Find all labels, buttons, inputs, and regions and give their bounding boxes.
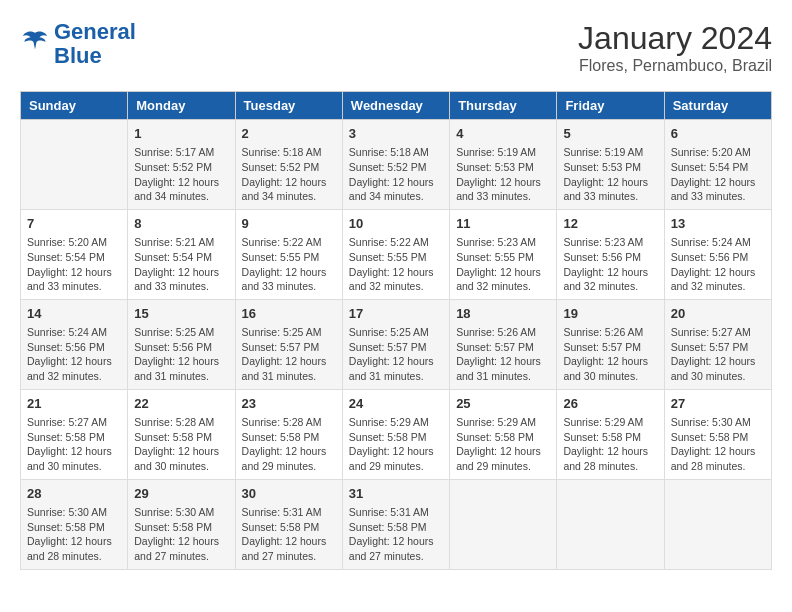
calendar-cell: 28Sunrise: 5:30 AMSunset: 5:58 PMDayligh… [21,479,128,569]
week-row-1: 1Sunrise: 5:17 AMSunset: 5:52 PMDaylight… [21,120,772,210]
date-number: 7 [27,215,121,233]
cell-info-line: Daylight: 12 hours [349,354,443,369]
cell-info-line: Daylight: 12 hours [27,534,121,549]
cell-info-line: Sunset: 5:57 PM [563,340,657,355]
cell-info-line: and 30 minutes. [671,369,765,384]
logo-blue: Blue [54,44,136,68]
date-number: 3 [349,125,443,143]
cell-info-line: Daylight: 12 hours [671,265,765,280]
week-row-5: 28Sunrise: 5:30 AMSunset: 5:58 PMDayligh… [21,479,772,569]
cell-info-line: Sunrise: 5:26 AM [563,325,657,340]
cell-info-line: Sunrise: 5:25 AM [242,325,336,340]
cell-info-line: Sunset: 5:57 PM [456,340,550,355]
date-number: 12 [563,215,657,233]
cell-info-line: Daylight: 12 hours [242,354,336,369]
cell-info-line: Daylight: 12 hours [134,534,228,549]
cell-info-line: Daylight: 12 hours [671,175,765,190]
cell-info-line: and 28 minutes. [27,549,121,564]
cell-info-line: and 33 minutes. [134,279,228,294]
cell-info-line: and 30 minutes. [134,459,228,474]
title-section: January 2024 Flores, Pernambuco, Brazil [578,20,772,75]
header-sunday: Sunday [21,92,128,120]
cell-info-line: Sunset: 5:54 PM [27,250,121,265]
cell-info-line: and 33 minutes. [671,189,765,204]
logo: General Blue [20,20,136,68]
cell-info-line: Sunset: 5:52 PM [134,160,228,175]
date-number: 18 [456,305,550,323]
date-number: 24 [349,395,443,413]
calendar-cell: 15Sunrise: 5:25 AMSunset: 5:56 PMDayligh… [128,299,235,389]
cell-info-line: Sunset: 5:58 PM [242,520,336,535]
cell-info-line: Sunrise: 5:24 AM [671,235,765,250]
cell-info-line: and 27 minutes. [349,549,443,564]
cell-info-line: Daylight: 12 hours [27,265,121,280]
cell-info-line: Sunrise: 5:27 AM [27,415,121,430]
cell-info-line: Sunrise: 5:25 AM [349,325,443,340]
cell-info-line: Sunrise: 5:20 AM [27,235,121,250]
cell-info-line: Sunset: 5:56 PM [671,250,765,265]
cell-info-line: and 34 minutes. [134,189,228,204]
calendar-cell [664,479,771,569]
calendar-cell: 12Sunrise: 5:23 AMSunset: 5:56 PMDayligh… [557,209,664,299]
calendar-cell: 25Sunrise: 5:29 AMSunset: 5:58 PMDayligh… [450,389,557,479]
calendar-cell: 22Sunrise: 5:28 AMSunset: 5:58 PMDayligh… [128,389,235,479]
date-number: 20 [671,305,765,323]
cell-info-line: Sunrise: 5:27 AM [671,325,765,340]
cell-info-line: Sunrise: 5:23 AM [456,235,550,250]
calendar-cell: 8Sunrise: 5:21 AMSunset: 5:54 PMDaylight… [128,209,235,299]
cell-info-line: and 27 minutes. [242,549,336,564]
header-saturday: Saturday [664,92,771,120]
date-number: 4 [456,125,550,143]
cell-info-line: Sunset: 5:55 PM [242,250,336,265]
cell-info-line: and 28 minutes. [563,459,657,474]
cell-info-line: Sunrise: 5:23 AM [563,235,657,250]
cell-info-line: Sunrise: 5:18 AM [349,145,443,160]
calendar-cell: 3Sunrise: 5:18 AMSunset: 5:52 PMDaylight… [342,120,449,210]
cell-info-line: Sunset: 5:56 PM [134,340,228,355]
cell-info-line: Daylight: 12 hours [456,265,550,280]
main-title: January 2024 [578,20,772,57]
week-row-4: 21Sunrise: 5:27 AMSunset: 5:58 PMDayligh… [21,389,772,479]
header-tuesday: Tuesday [235,92,342,120]
cell-info-line: Daylight: 12 hours [456,444,550,459]
cell-info-line: Sunset: 5:57 PM [349,340,443,355]
calendar-cell: 5Sunrise: 5:19 AMSunset: 5:53 PMDaylight… [557,120,664,210]
date-number: 15 [134,305,228,323]
date-number: 28 [27,485,121,503]
cell-info-line: Daylight: 12 hours [242,175,336,190]
calendar-cell: 30Sunrise: 5:31 AMSunset: 5:58 PMDayligh… [235,479,342,569]
cell-info-line: Sunset: 5:58 PM [242,430,336,445]
calendar-cell: 18Sunrise: 5:26 AMSunset: 5:57 PMDayligh… [450,299,557,389]
cell-info-line: Sunset: 5:58 PM [27,520,121,535]
calendar-cell: 24Sunrise: 5:29 AMSunset: 5:58 PMDayligh… [342,389,449,479]
date-number: 29 [134,485,228,503]
cell-info-line: Sunset: 5:58 PM [563,430,657,445]
cell-info-line: Daylight: 12 hours [134,444,228,459]
cell-info-line: Sunset: 5:58 PM [134,520,228,535]
calendar-cell: 26Sunrise: 5:29 AMSunset: 5:58 PMDayligh… [557,389,664,479]
date-number: 21 [27,395,121,413]
cell-info-line: Daylight: 12 hours [134,265,228,280]
date-number: 13 [671,215,765,233]
cell-info-line: Sunrise: 5:22 AM [242,235,336,250]
calendar-table: SundayMondayTuesdayWednesdayThursdayFrid… [20,91,772,570]
cell-info-line: Sunset: 5:52 PM [349,160,443,175]
cell-info-line: Sunrise: 5:25 AM [134,325,228,340]
cell-info-line: Sunset: 5:56 PM [27,340,121,355]
cell-info-line: Sunrise: 5:28 AM [134,415,228,430]
date-number: 14 [27,305,121,323]
header-monday: Monday [128,92,235,120]
calendar-cell: 20Sunrise: 5:27 AMSunset: 5:57 PMDayligh… [664,299,771,389]
cell-info-line: Daylight: 12 hours [349,265,443,280]
cell-info-line: and 34 minutes. [242,189,336,204]
cell-info-line: and 31 minutes. [456,369,550,384]
calendar-cell: 2Sunrise: 5:18 AMSunset: 5:52 PMDaylight… [235,120,342,210]
cell-info-line: and 31 minutes. [134,369,228,384]
cell-info-line: and 32 minutes. [671,279,765,294]
cell-info-line: Sunrise: 5:26 AM [456,325,550,340]
cell-info-line: Sunrise: 5:29 AM [456,415,550,430]
calendar-cell: 31Sunrise: 5:31 AMSunset: 5:58 PMDayligh… [342,479,449,569]
cell-info-line: Sunset: 5:53 PM [563,160,657,175]
calendar-cell: 17Sunrise: 5:25 AMSunset: 5:57 PMDayligh… [342,299,449,389]
cell-info-line: Sunrise: 5:22 AM [349,235,443,250]
